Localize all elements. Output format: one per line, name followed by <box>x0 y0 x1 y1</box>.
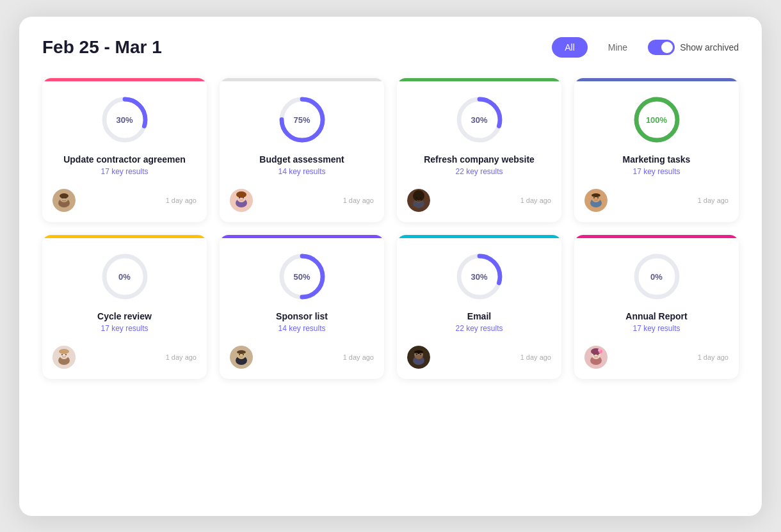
timestamp: 1 day ago <box>343 197 374 204</box>
card-footer: 1 day ago <box>42 184 207 212</box>
svg-point-23 <box>420 197 421 198</box>
timestamp: 1 day ago <box>698 197 729 204</box>
card-subtitle[interactable]: 17 key results <box>101 167 148 176</box>
avatar <box>584 189 608 212</box>
toggle-switch-icon[interactable] <box>648 40 675 55</box>
card-body: 100% Marketing tasks 17 key results <box>574 81 739 184</box>
avatar <box>407 346 430 369</box>
progress-circle: 30% <box>99 94 150 145</box>
card-title: Marketing tasks <box>623 154 691 165</box>
card-subtitle[interactable]: 22 key results <box>455 324 503 333</box>
svg-point-45 <box>237 350 246 354</box>
card-card-8[interactable]: 0% Annual Report 17 key results 1 day ag… <box>574 235 739 379</box>
show-archived-label: Show archived <box>680 42 739 52</box>
show-archived-toggle[interactable]: Show archived <box>648 40 739 55</box>
svg-point-29 <box>592 193 600 197</box>
progress-circle: 0% <box>99 251 150 302</box>
card-subtitle[interactable]: 17 key results <box>632 324 680 333</box>
progress-circle: 75% <box>277 94 328 145</box>
progress-label: 0% <box>118 271 131 281</box>
card-title: Refresh company website <box>424 154 535 165</box>
card-body: 30% Refresh company website 22 key resul… <box>397 81 561 184</box>
card-card-7[interactable]: 30% Email 22 key results 1 day ago <box>397 235 561 379</box>
card-card-2[interactable]: 75% Budget assessment 14 key results 1 d… <box>220 78 384 222</box>
progress-circle: 50% <box>277 251 328 302</box>
timestamp: 1 day ago <box>520 197 551 204</box>
timestamp: 1 day ago <box>343 353 374 361</box>
progress-label: 30% <box>116 115 133 124</box>
card-footer: 1 day ago <box>220 184 384 212</box>
svg-point-67 <box>593 354 595 355</box>
card-card-5[interactable]: 0% Cycle review 17 key results 1 day ago <box>42 235 207 379</box>
card-subtitle[interactable]: 17 key results <box>632 167 680 176</box>
timestamp: 1 day ago <box>166 353 197 361</box>
card-footer: 1 day ago <box>397 341 561 369</box>
card-card-3[interactable]: 30% Refresh company website 22 key resul… <box>397 78 561 222</box>
avatar <box>230 346 253 369</box>
avatar <box>52 346 76 369</box>
filter-all-button[interactable]: All <box>552 37 588 58</box>
progress-label: 100% <box>646 115 667 124</box>
progress-label: 30% <box>471 115 487 124</box>
card-title: Email <box>467 311 491 321</box>
card-title: Update contractor agreemen <box>63 154 186 165</box>
card-footer: 1 day ago <box>574 341 739 369</box>
app-container: Feb 25 - Mar 1 All Mine Show archived 30… <box>19 17 762 516</box>
card-card-6[interactable]: 50% Sponsor list 14 key results 1 day ag… <box>220 235 384 379</box>
svg-point-38 <box>61 354 63 355</box>
card-card-1[interactable]: 30% Update contractor agreemen 17 key re… <box>42 78 207 222</box>
svg-point-21 <box>413 190 424 202</box>
card-subtitle[interactable]: 17 key results <box>101 324 148 333</box>
card-body: 0% Cycle review 17 key results <box>42 238 207 341</box>
progress-label: 50% <box>293 271 310 281</box>
card-body: 75% Budget assessment 14 key results <box>220 81 384 184</box>
progress-circle: 30% <box>454 94 505 145</box>
progress-circle: 30% <box>454 251 505 302</box>
card-card-4[interactable]: 100% Marketing tasks 17 key results 1 da… <box>574 78 739 222</box>
svg-point-6 <box>61 197 63 198</box>
svg-point-14 <box>239 197 240 198</box>
progress-circle: 0% <box>631 251 682 302</box>
progress-label: 75% <box>293 115 310 124</box>
card-footer: 1 day ago <box>42 341 207 369</box>
avatar <box>230 189 253 212</box>
svg-point-31 <box>597 197 599 198</box>
header-controls: All Mine Show archived <box>552 37 739 58</box>
timestamp: 1 day ago <box>520 353 551 361</box>
svg-point-15 <box>243 197 244 198</box>
progress-label: 0% <box>650 271 663 281</box>
card-footer: 1 day ago <box>397 184 561 212</box>
card-body: 30% Email 22 key results <box>397 238 561 341</box>
card-footer: 1 day ago <box>220 341 384 369</box>
svg-point-47 <box>243 354 244 355</box>
svg-point-39 <box>65 354 67 355</box>
progress-label: 30% <box>471 271 487 281</box>
avatar <box>52 189 76 212</box>
avatar <box>407 189 430 212</box>
progress-circle: 100% <box>631 94 682 145</box>
card-title: Sponsor list <box>276 311 328 321</box>
svg-point-13 <box>236 191 246 198</box>
card-subtitle[interactable]: 22 key results <box>455 167 503 176</box>
svg-point-5 <box>60 193 68 198</box>
card-footer: 1 day ago <box>574 184 739 212</box>
card-subtitle[interactable]: 14 key results <box>278 167 325 176</box>
timestamp: 1 day ago <box>698 353 729 361</box>
svg-point-22 <box>416 197 417 198</box>
page-title: Feb 25 - Mar 1 <box>42 37 162 58</box>
card-body: 30% Update contractor agreemen 17 key re… <box>42 81 207 184</box>
filter-mine-button[interactable]: Mine <box>595 37 640 58</box>
svg-point-66 <box>598 349 600 351</box>
cards-grid: 30% Update contractor agreemen 17 key re… <box>42 78 739 379</box>
svg-point-30 <box>593 197 595 198</box>
timestamp: 1 day ago <box>166 197 197 204</box>
card-subtitle[interactable]: 14 key results <box>278 324 325 333</box>
card-title: Budget assessment <box>259 154 344 165</box>
svg-point-7 <box>65 197 67 198</box>
avatar <box>584 346 608 369</box>
svg-point-46 <box>239 354 240 355</box>
card-title: Cycle review <box>97 311 152 321</box>
card-body: 0% Annual Report 17 key results <box>574 238 739 341</box>
card-title: Annual Report <box>625 311 687 321</box>
svg-point-68 <box>597 354 599 355</box>
